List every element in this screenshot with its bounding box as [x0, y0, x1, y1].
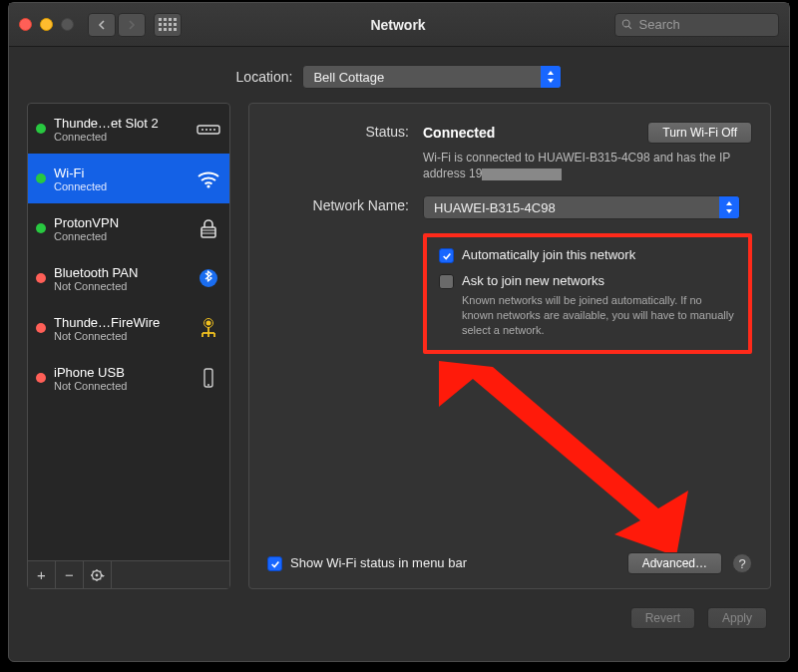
sidebar-item-thunderbolt[interactable]: Thunde…et Slot 2 Connected [28, 104, 229, 154]
network-name-select[interactable]: HUAWEI-B315-4C98 [423, 195, 740, 219]
gear-icon [89, 568, 107, 582]
sidebar-item-iphone-usb[interactable]: iPhone USB Not Connected [28, 353, 229, 403]
show-menubar-label: Show Wi-Fi status in menu bar [290, 555, 467, 570]
detail-panel: Status: Connected Turn Wi-Fi Off Wi-Fi i… [248, 103, 771, 589]
svg-point-20 [95, 573, 98, 576]
search-icon [621, 18, 633, 31]
bluetooth-icon [196, 267, 221, 289]
sidebar-item-label: Wi-Fi [54, 166, 188, 180]
search-input[interactable] [639, 17, 773, 32]
phone-icon [196, 367, 221, 389]
add-service-button[interactable]: + [28, 561, 56, 589]
sidebar-item-label: Bluetooth PAN [54, 265, 188, 280]
revert-button[interactable]: Revert [630, 607, 695, 629]
sidebar-item-status: Not Connected [54, 380, 188, 392]
service-list[interactable]: Thunde…et Slot 2 Connected Wi-Fi Connect… [28, 104, 229, 560]
sidebar-item-label: Thunde…et Slot 2 [54, 116, 188, 131]
updown-icon [725, 201, 733, 213]
check-icon [442, 251, 452, 261]
status-dot [36, 373, 46, 383]
back-button[interactable] [88, 13, 116, 37]
sidebar-footer: + − [28, 560, 229, 588]
svg-point-1 [201, 129, 203, 131]
forward-button[interactable] [118, 13, 146, 37]
chevron-right-icon [127, 20, 137, 30]
network-name-row: Network Name: HUAWEI-B315-4C98 [267, 195, 752, 219]
firewire-icon [196, 317, 221, 339]
svg-point-3 [209, 129, 211, 131]
location-label: Location: [236, 69, 293, 85]
sidebar-item-wifi[interactable]: Wi-Fi Connected [28, 154, 229, 203]
ask-join-checkbox[interactable] [439, 274, 454, 289]
svg-line-26 [100, 578, 101, 579]
remove-service-button[interactable]: − [56, 561, 84, 589]
svg-line-25 [92, 570, 93, 571]
sidebar-item-bluetooth[interactable]: Bluetooth PAN Not Connected [28, 253, 229, 303]
advanced-button[interactable]: Advanced… [627, 552, 722, 574]
footer-buttons: Revert Apply [9, 601, 789, 629]
sidebar-item-label: ProtonVPN [54, 215, 188, 230]
sidebar-item-status: Connected [54, 230, 188, 242]
select-stepper [719, 196, 739, 218]
ask-join-row: Ask to join new networks Known networks … [439, 273, 736, 338]
window-controls [19, 18, 74, 31]
svg-marker-29 [439, 361, 688, 556]
apply-button[interactable]: Apply [707, 607, 767, 629]
svg-rect-6 [201, 227, 215, 237]
search-field-wrap[interactable] [614, 13, 779, 37]
svg-point-18 [207, 384, 209, 386]
chevron-left-icon [97, 20, 107, 30]
ask-join-hint: Known networks will be joined automatica… [462, 293, 736, 338]
svg-rect-0 [198, 126, 219, 134]
svg-line-28 [100, 570, 101, 571]
select-stepper [541, 66, 561, 88]
lock-icon [196, 217, 221, 239]
check-icon [270, 559, 280, 569]
status-label: Status: [267, 122, 423, 140]
sidebar-item-protonvpn[interactable]: ProtonVPN Connected [28, 203, 229, 253]
svg-point-4 [213, 129, 215, 131]
grid-icon [159, 18, 177, 31]
preferences-window: Network Location: Bell Cottage Thunde…et… [8, 2, 790, 662]
status-value: Connected [423, 125, 495, 141]
minimize-window-button[interactable] [40, 18, 53, 31]
service-actions-menu[interactable] [84, 561, 112, 589]
auto-join-row: Automatically join this network [439, 247, 736, 263]
status-description: Wi-Fi is connected to HUAWEI-B315-4C98 a… [423, 150, 752, 181]
sidebar-item-label: Thunde…FireWire [54, 315, 188, 330]
status-dot [36, 273, 46, 283]
sidebar-item-label: iPhone USB [54, 365, 188, 380]
sidebar-item-firewire[interactable]: Thunde…FireWire Not Connected [28, 303, 229, 353]
close-window-button[interactable] [19, 18, 32, 31]
status-dot [36, 323, 46, 333]
show-menubar-row: Show Wi-Fi status in menu bar [267, 555, 467, 571]
svg-line-27 [92, 578, 93, 579]
annotation-arrow [409, 361, 708, 560]
sidebar-item-status: Connected [54, 131, 188, 143]
titlebar: Network [9, 3, 789, 47]
location-select[interactable]: Bell Cottage [302, 65, 562, 89]
svg-point-5 [206, 184, 209, 187]
network-name-value: HUAWEI-B315-4C98 [434, 200, 556, 215]
sidebar-item-status: Not Connected [54, 280, 188, 292]
wifi-icon [196, 168, 221, 189]
zoom-window-button[interactable] [61, 18, 74, 31]
status-dot [36, 223, 46, 233]
wifi-toggle-button[interactable]: Turn Wi-Fi Off [647, 122, 752, 144]
auto-join-checkbox[interactable] [439, 248, 454, 263]
bottom-row: Show Wi-Fi status in menu bar Advanced… … [267, 552, 752, 574]
show-menubar-checkbox[interactable] [267, 556, 282, 571]
nav-buttons [88, 13, 146, 37]
ask-join-label: Ask to join new networks [462, 273, 736, 288]
location-value: Bell Cottage [313, 70, 384, 85]
status-dot [36, 173, 46, 183]
sidebar-item-status: Not Connected [54, 330, 188, 342]
svg-point-10 [206, 321, 211, 326]
help-button[interactable]: ? [732, 553, 752, 573]
status-row: Status: Connected Turn Wi-Fi Off Wi-Fi i… [267, 122, 752, 181]
highlighted-options: Automatically join this network Ask to j… [423, 233, 752, 354]
status-dot [36, 124, 46, 134]
show-all-button[interactable] [154, 13, 182, 37]
service-sidebar: Thunde…et Slot 2 Connected Wi-Fi Connect… [27, 103, 230, 589]
svg-point-2 [205, 129, 207, 131]
